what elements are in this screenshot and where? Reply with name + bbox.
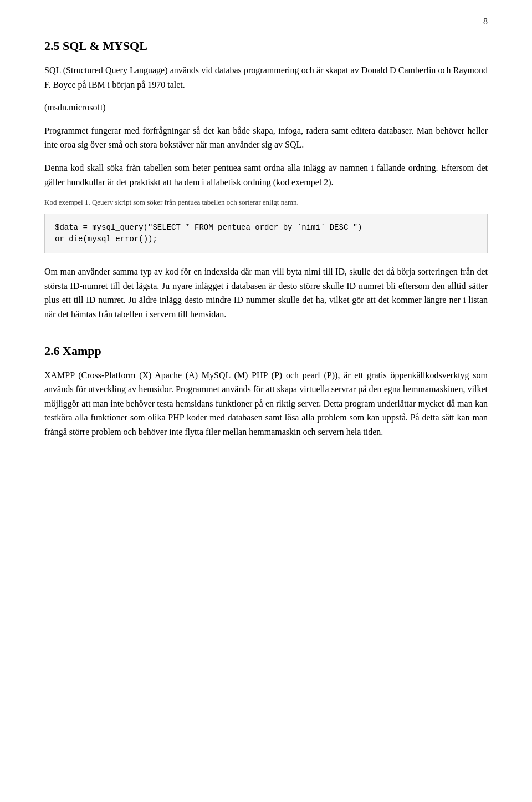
paragraph-4: Om man använder samma typ av kod för en …: [44, 265, 488, 321]
page-container: 8 2.5 SQL & MYSQL SQL (Structured Query …: [0, 0, 532, 802]
paragraph-2: Programmet fungerar med förfrågningar så…: [44, 124, 488, 152]
paragraph-source: (msdn.microsoft): [44, 100, 488, 115]
code-caption: Kod exempel 1. Qeuery skript som söker f…: [44, 198, 488, 207]
section-2-6: 2.6 Xampp XAMPP (Cross-Platform (X) Apac…: [44, 344, 488, 439]
paragraph-3: Denna kod skall söka från tabellen som h…: [44, 161, 488, 189]
code-block: $data = mysql_query("SELECT * FROM pentu…: [44, 214, 488, 253]
paragraph-1: SQL (Structured Query Language) används …: [44, 63, 488, 92]
page-number: 8: [483, 17, 488, 27]
section-2-5: 2.5 SQL & MYSQL SQL (Structured Query La…: [44, 39, 488, 322]
section-2-5-heading: 2.5 SQL & MYSQL: [44, 39, 488, 53]
paragraph-xampp-1: XAMPP (Cross-Platform (X) Apache (A) MyS…: [44, 368, 488, 439]
section-2-6-heading: 2.6 Xampp: [44, 344, 488, 358]
